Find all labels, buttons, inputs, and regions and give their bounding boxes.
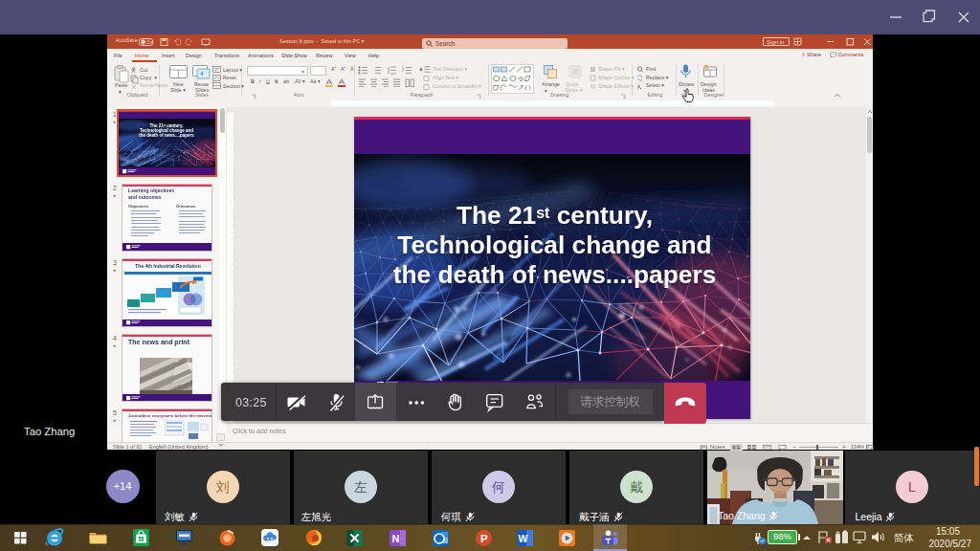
svg-text:N: N [392,533,400,544]
svg-text:On: On [146,40,153,45]
svg-text:P: P [480,533,488,544]
svg-text:W: W [519,533,528,544]
svg-text:Tao Zhang: Tao Zhang [718,510,766,521]
